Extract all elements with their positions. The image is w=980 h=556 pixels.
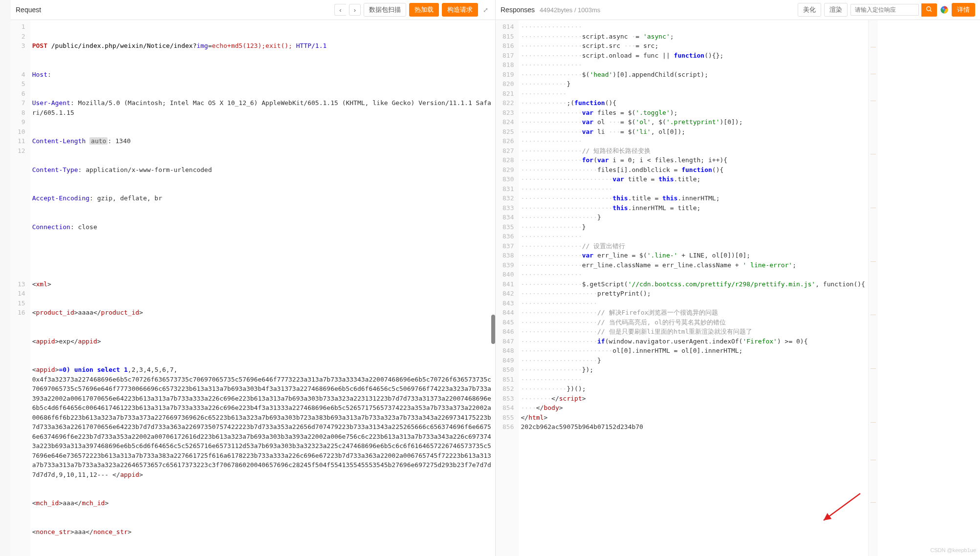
search-button[interactable] [921, 3, 937, 17]
response-gutter: 8148158168178188198208218228238248258268… [496, 20, 519, 556]
response-stats: 44942bytes / 1003ms [540, 6, 600, 14]
request-panel: Request ‹ › 数据包扫描 热加载 构造请求 ⤢ 12345678910… [11, 0, 496, 556]
request-title: Request [16, 6, 41, 14]
request-header: Request ‹ › 数据包扫描 热加载 构造请求 ⤢ [11, 0, 495, 20]
construct-request-button[interactable]: 构造请求 [442, 3, 478, 17]
response-code[interactable]: ································script.a… [519, 20, 868, 556]
next-arrow-icon[interactable]: › [349, 4, 361, 16]
beautify-button[interactable]: 美化 [798, 3, 821, 17]
response-header: Responses 44942bytes / 1003ms 美化 渲染 详情 [496, 0, 980, 20]
watermark: CSDN @keepb1ue [930, 547, 976, 553]
scan-packet-button[interactable]: 数据包扫描 [364, 3, 406, 17]
request-gutter: 123456789101112 13141516 [11, 20, 30, 556]
response-title: Responses [501, 6, 535, 14]
prev-arrow-icon[interactable]: ‹ [334, 4, 346, 16]
svg-line-1 [930, 10, 932, 11]
svg-point-0 [927, 6, 931, 10]
request-code[interactable]: POST /public/index.php/weixin/Notice/ind… [30, 20, 495, 556]
minimap[interactable] [868, 20, 878, 556]
render-button[interactable]: 渲染 [824, 3, 848, 17]
scrollbar-thumb[interactable] [491, 315, 495, 344]
response-panel: Responses 44942bytes / 1003ms 美化 渲染 详情 8… [496, 0, 980, 556]
detail-button[interactable]: 详情 [952, 3, 975, 17]
hotreload-button[interactable]: 热加载 [409, 3, 439, 17]
chrome-icon[interactable] [940, 5, 949, 14]
request-editor[interactable]: 123456789101112 13141516 POST /public/in… [11, 20, 495, 556]
search-input[interactable] [850, 4, 919, 16]
expand-icon[interactable]: ⤢ [481, 6, 490, 14]
response-editor[interactable]: 8148158168178188198208218228238248258268… [496, 20, 980, 556]
